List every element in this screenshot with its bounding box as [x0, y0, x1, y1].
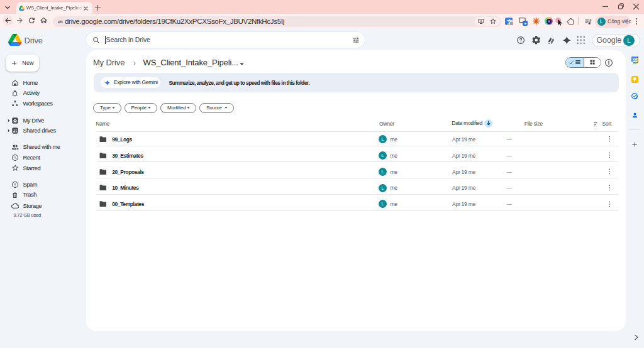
svg-text:31: 31 [633, 58, 636, 62]
